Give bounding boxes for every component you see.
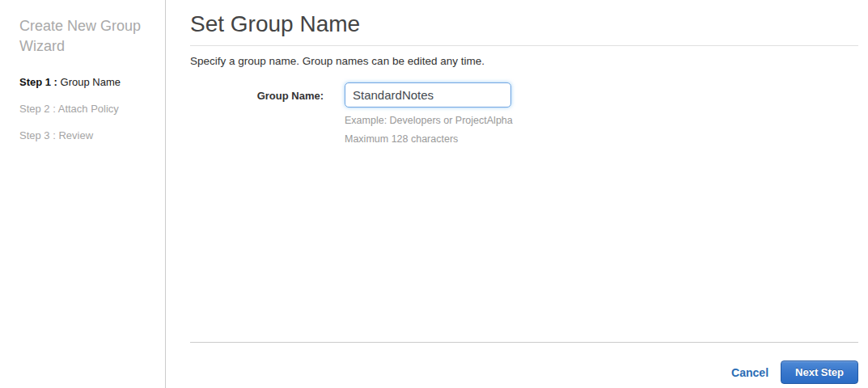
step-1-label: Group Name (57, 76, 121, 88)
step-2-label: Attach Policy (56, 103, 119, 115)
next-step-button[interactable]: Next Step (781, 361, 858, 384)
step-2-prefix: Step 2 : (19, 103, 56, 115)
group-name-form-row: Group Name: Example: Developers or Proje… (190, 82, 858, 146)
step-3-review[interactable]: Step 3 : Review (19, 129, 154, 142)
step-1-group-name[interactable]: Step 1 : Group Name (19, 76, 154, 89)
page-title: Set Group Name (190, 11, 858, 46)
step-1-prefix: Step 1 : (19, 76, 57, 88)
page-description: Specify a group name. Group names can be… (190, 55, 858, 67)
group-name-hint-max: Maximum 128 characters (345, 133, 513, 146)
main-panel: Set Group Name Specify a group name. Gro… (166, 0, 868, 388)
cancel-button[interactable]: Cancel (731, 366, 768, 379)
group-name-field-column: Example: Developers or ProjectAlpha Maxi… (345, 82, 513, 146)
group-name-hint-example: Example: Developers or ProjectAlpha (345, 114, 513, 128)
step-3-prefix: Step 3 : (19, 129, 56, 141)
create-group-wizard-page: Create New Group Wizard Step 1 : Group N… (0, 0, 868, 388)
wizard-title: Create New Group Wizard (19, 16, 154, 57)
group-name-label: Group Name: (190, 90, 324, 102)
wizard-steps: Step 1 : Group Name Step 2 : Attach Poli… (19, 76, 154, 142)
wizard-footer: Cancel Next Step (190, 342, 858, 384)
group-name-input[interactable] (345, 82, 511, 108)
wizard-sidebar: Create New Group Wizard Step 1 : Group N… (0, 0, 166, 388)
step-2-attach-policy[interactable]: Step 2 : Attach Policy (19, 103, 154, 116)
step-3-label: Review (56, 129, 93, 141)
